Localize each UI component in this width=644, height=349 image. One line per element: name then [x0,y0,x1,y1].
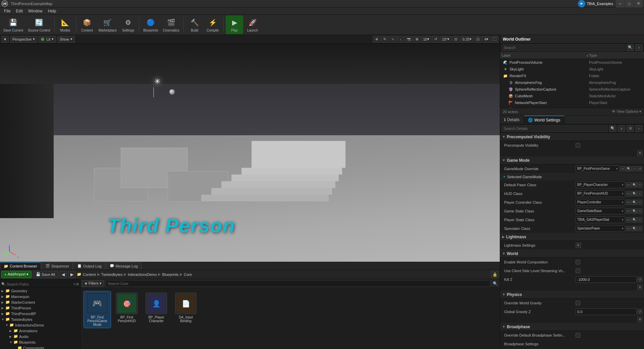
tree-item-startercontent[interactable]: ▶ 📁 StarterContent [0,299,80,305]
player-controller-add[interactable]: + [637,200,643,205]
message-log-tab[interactable]: 💬 Message Log [106,262,142,269]
outliner-view-options[interactable]: 👁 View Options ▾ [612,109,641,114]
details-search-button[interactable]: 🔍 [609,125,616,132]
cb-tree-list-icon[interactable]: ≡ [73,282,75,286]
source-control-button[interactable]: 🔄 Source Control [26,15,52,34]
tree-item-interactionsdemo[interactable]: ▼ 📁 InteractionsDemo [0,322,80,328]
world-expand-btn[interactable]: ▼ [637,285,643,290]
viewport-perspective-dropdown[interactable]: Perspective ▾ [10,36,37,43]
menu-help[interactable]: Help [45,7,59,15]
asset-item-bp-first-personHUD[interactable]: 🎯 BP_First PersonHUD [113,291,140,328]
player-state-browse[interactable]: 🔍 [632,217,637,222]
tree-item-components[interactable]: 📁 Components [0,345,80,349]
precomputed-visibility-section-header[interactable]: ▼ Precomputed Visibility [500,133,644,141]
broadphase-override-checkbox[interactable] [576,333,580,338]
player-state-reset[interactable]: ↩ [626,217,631,222]
details-list-view-btn[interactable]: ≡ [618,125,625,132]
tree-item-mannequin[interactable]: ▶ 📁 Mannequin [0,294,80,299]
gamemode-override-add[interactable]: + [632,166,637,171]
game-state-dropdown[interactable]: GameStateBase ▾ [576,208,625,214]
scale-tool[interactable]: ⤡ [389,36,396,43]
blueprints-button[interactable]: 🔵 Blueprints [141,15,160,34]
game-state-reset[interactable]: ↩ [626,208,631,214]
scale-snap-value[interactable]: 0.25 ▾ [460,36,473,43]
nav-forward-button[interactable]: ▶ [68,271,75,278]
default-pawn-dropdown[interactable]: BP_PlayerCharacter ▾ [576,182,625,188]
path-core[interactable]: Core [184,272,192,277]
spectator-add[interactable]: + [637,226,643,231]
player-controller-dropdown[interactable]: PlayerController ▾ [576,199,625,206]
grid-snap-value[interactable]: 10 ▾ [421,36,431,43]
cb-lock-button[interactable]: 🔒 [491,271,498,278]
launch-button[interactable]: 🚀 Launch [244,15,261,34]
outliner-row-networkplayerstart[interactable]: 🚩 NetworkPlayerStart PlayerStart [500,99,644,106]
camera-fov-value[interactable]: 4 ▾ [482,36,490,43]
settings-button[interactable]: ⚙ Settings [119,15,137,34]
path-twistedbytes[interactable]: Twistedbytes [101,272,123,277]
build-button[interactable]: 🔨 Build [186,15,203,34]
world-section-header[interactable]: ▼ World [500,250,644,258]
gamemode-override-browse[interactable]: 🔍 [626,166,631,171]
minimize-button[interactable]: ─ [616,0,625,7]
outliner-row-atmosphericfog[interactable]: 🌫 AtmosphericFog AtmosphericFog [500,79,644,86]
hud-add[interactable]: + [637,191,643,196]
menu-window[interactable]: Window [25,7,45,15]
hud-dropdown[interactable]: BP_FirstPersonHUD ▾ [576,190,625,197]
translate-tool[interactable]: ⊕ [373,36,380,43]
details-expand-btn[interactable]: ↔ [635,125,643,132]
details-search-input[interactable] [501,125,608,132]
world-composition-checkbox[interactable] [576,260,580,264]
physics-expand-btn[interactable]: ▼ [637,317,643,322]
spectator-dropdown[interactable]: SpectatorPawn ▾ [576,225,625,232]
camera-speed-tool[interactable]: 📷 [405,36,413,43]
add-import-button[interactable]: + Add/Import ▾ [1,271,32,278]
content-button[interactable]: 📦 Content [78,15,96,34]
outliner-search-button[interactable]: 🔍 [627,44,634,51]
player-state-dropdown[interactable]: TBIA_GASPlayerStat ▾ [576,216,625,223]
outliner-row-renderfx[interactable]: 📁 RenderFX Folder [500,72,644,79]
kill-z-input[interactable]: -1000.0 [576,276,637,283]
outliner-row-cubemesh[interactable]: 📦 CubeMesh StaticMeshActor [500,93,644,99]
gamemode-override-clear[interactable]: ↺ [637,166,643,171]
path-blueprints[interactable]: Blueprints [162,272,178,277]
lightmass-section-header[interactable]: ▶ Lightmass [500,233,644,241]
nav-back-button[interactable]: ◀ [59,271,67,278]
gamemode-override-reset[interactable]: ↩ [620,166,626,171]
gamemode-override-dropdown[interactable]: BP_FirstPersonGame ▾ [576,165,620,172]
default-pawn-browse[interactable]: 🔍 [632,182,637,188]
menu-file[interactable]: File [1,7,13,15]
content-browser-tab[interactable]: 📁 Content Browser [0,262,41,269]
close-button[interactable]: ✕ [634,0,643,7]
selected-gamemode-subsection[interactable]: ▼ Selected GameMode [500,173,644,181]
rotate-tool[interactable]: ↻ [381,36,388,43]
default-pawn-add[interactable]: + [637,182,643,188]
tree-item-geometry[interactable]: ▶ 📁 Geometry [0,288,80,294]
global-gravity-input[interactable]: 0.0 [576,308,637,315]
viewport-lit-dropdown[interactable]: Lit ▾ [39,36,56,43]
asset-item-da-input-binding[interactable]: 📄 DA_Input Binding [172,291,199,328]
player-state-add[interactable]: + [637,217,643,222]
rotation-snap-value[interactable]: 10° ▾ [440,36,452,43]
outliner-row-spherereflectioncapture[interactable]: 🔮 SphereReflectionCapture SphereReflecti… [500,86,644,93]
spectator-browse[interactable]: 🔍 [632,226,637,231]
asset-item-bp-player-character[interactable]: 👤 BP_Player Character [143,291,170,328]
outliner-row-postprocessvolume[interactable]: 🌊 PostProcessVolume PostProcessVolume [500,59,644,66]
sequencer-tab[interactable]: 🎬 Sequencer [42,262,73,269]
compile-button[interactable]: ⚡ Compile [204,15,221,34]
surface-snapping-tool[interactable]: ↓ [397,36,405,43]
filters-button[interactable]: ▼ Filters ▾ [82,280,104,287]
player-controller-reset[interactable]: ↩ [626,200,631,205]
tree-item-audio[interactable]: ▶ 📁 Audio [0,334,80,339]
tree-item-blueprints[interactable]: ▼ 📁 Blueprints [0,339,80,345]
cb-search-input[interactable] [105,280,490,287]
outliner-search-input[interactable] [501,44,625,51]
hud-browse[interactable]: 🔍 [632,191,637,196]
tree-item-animations[interactable]: ▶ 📁 Animations [0,328,80,334]
asset-item-bp-first-personGame[interactable]: 🎮 BP_First PersonGame Mode [84,291,111,328]
viewport-3d[interactable]: ✳ Third Person X Y Z [0,44,500,262]
details-tab[interactable]: ℹ Details [500,115,524,124]
menu-edit[interactable]: Edit [13,7,25,15]
maximize-viewport[interactable]: ⛶ [491,36,498,43]
physics-section-header[interactable]: ▼ Physics [500,291,644,299]
cinematics-button[interactable]: 🎬 Cinematics [161,15,181,34]
